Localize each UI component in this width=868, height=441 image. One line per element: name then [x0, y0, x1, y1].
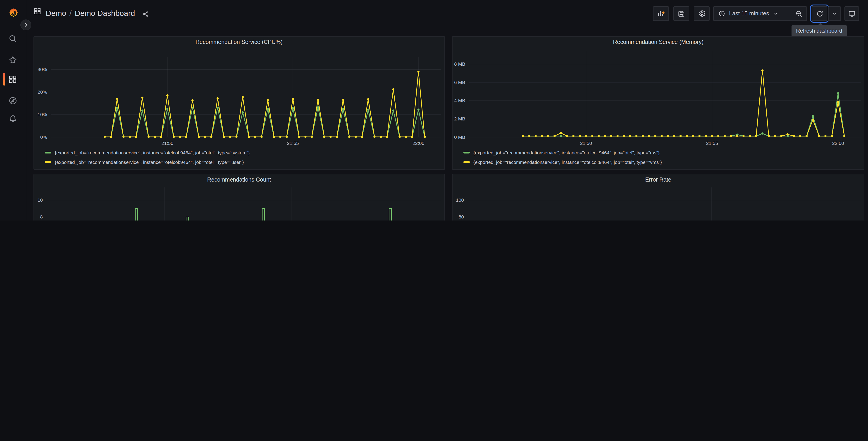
search-icon — [8, 34, 18, 43]
panel: Recommendations Count024681021:5021:5522… — [33, 174, 445, 220]
svg-text:80: 80 — [459, 214, 464, 219]
active-indicator — [3, 73, 5, 86]
svg-text:21:55: 21:55 — [287, 140, 299, 146]
svg-text:8: 8 — [40, 214, 43, 219]
svg-text:10%: 10% — [37, 112, 47, 117]
sidebar — [0, 0, 26, 220]
legend-item[interactable]: {exported_job="recommendationservice", i… — [463, 148, 861, 157]
panel: Recommendation Service (Memory)0 MB2 MB4… — [452, 36, 864, 170]
legend-label: {exported_job="recommendationservice", i… — [55, 159, 244, 165]
apps-icon — [8, 75, 17, 84]
svg-text:100: 100 — [456, 198, 464, 203]
svg-text:0 MB: 0 MB — [454, 134, 465, 140]
chevron-down-icon — [832, 11, 837, 16]
dashboard-settings-button[interactable] — [694, 6, 710, 21]
share-icon — [143, 11, 149, 17]
svg-text:20%: 20% — [37, 89, 47, 94]
legend-swatch — [45, 152, 51, 153]
monitor-icon — [848, 10, 856, 18]
grid-icon — [34, 8, 41, 14]
breadcrumb-root[interactable]: Demo — [46, 9, 66, 18]
refresh-interval-button[interactable] — [828, 6, 841, 21]
svg-text:21:50: 21:50 — [161, 140, 174, 146]
legend-label: {exported_job="recommendationservice", i… — [473, 159, 662, 165]
compass-icon — [8, 96, 18, 105]
legend-swatch — [463, 161, 470, 163]
svg-text:21:50: 21:50 — [580, 140, 592, 146]
svg-text:6 MB: 6 MB — [454, 80, 465, 85]
legend-label: {exported_job="recommendationservice", i… — [55, 150, 250, 155]
svg-text:2 MB: 2 MB — [454, 116, 465, 121]
svg-text:4 MB: 4 MB — [454, 97, 465, 103]
time-range-picker[interactable]: Last 15 minutes — [713, 6, 807, 21]
chevron-down-icon — [773, 11, 779, 16]
panel: Recommendation Service (CPU%)0%10%20%30%… — [33, 36, 445, 170]
svg-text:0%: 0% — [40, 134, 47, 140]
tooltip: Refresh dashboard — [792, 25, 847, 37]
time-range-label: Last 15 minutes — [729, 10, 769, 17]
legend-swatch — [45, 161, 51, 163]
svg-text:22:00: 22:00 — [412, 140, 425, 146]
svg-text:22:00: 22:00 — [832, 140, 844, 146]
svg-text:21:55: 21:55 — [706, 140, 718, 146]
sidebar-item-search[interactable] — [0, 29, 25, 48]
legend-item[interactable]: {exported_job="recommendationservice", i… — [463, 157, 861, 167]
add-panel-button[interactable] — [653, 6, 669, 21]
zoom-out-icon — [795, 10, 803, 18]
breadcrumb-current: Demo Dashboard — [75, 9, 135, 18]
svg-text:30%: 30% — [37, 66, 47, 72]
legend-label: {exported_job="recommendationservice", i… — [473, 150, 660, 155]
svg-text:10: 10 — [37, 198, 43, 203]
refresh-button[interactable] — [812, 6, 827, 21]
bell-icon — [8, 114, 18, 123]
sidebar-item-dashboards[interactable] — [0, 70, 25, 88]
panel: Error Rate02040608010021:5021:5522:00{in… — [452, 174, 864, 220]
sidebar-item-explore[interactable] — [0, 91, 25, 110]
sidebar-item-alerting[interactable] — [0, 110, 25, 128]
svg-text:8 MB: 8 MB — [454, 61, 465, 66]
star-icon — [8, 55, 18, 64]
gear-icon — [698, 9, 706, 18]
clock-icon — [718, 10, 725, 17]
grafana-logo[interactable] — [8, 8, 19, 19]
legend-swatch — [463, 152, 470, 153]
breadcrumb: Demo/Demo Dashboard — [46, 9, 135, 18]
save-icon — [678, 10, 685, 18]
legend-item[interactable]: {exported_job="recommendationservice", i… — [45, 157, 441, 167]
sidebar-item-starred[interactable] — [0, 51, 25, 69]
kiosk-mode-button[interactable] — [844, 6, 859, 21]
add-panel-icon — [657, 9, 665, 18]
save-dashboard-button[interactable] — [673, 6, 689, 21]
legend: {exported_job="recommendationservice", i… — [45, 148, 441, 168]
legend-item[interactable]: {exported_job="recommendationservice", i… — [45, 148, 441, 157]
refresh-icon — [816, 10, 824, 18]
legend: {exported_job="recommendationservice", i… — [463, 148, 861, 168]
grafana-dashboard: Demo/Demo Dashboard Last 15 minutes Refr… — [0, 0, 868, 220]
